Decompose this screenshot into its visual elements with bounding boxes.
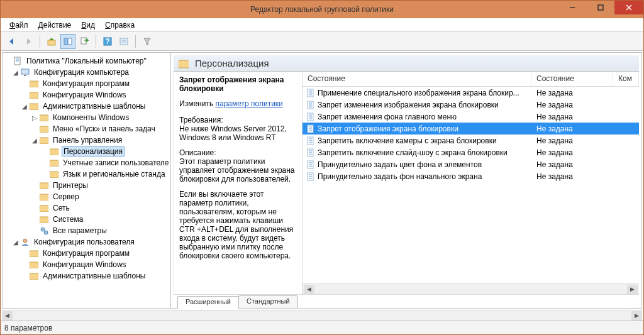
tree-label: Система <box>52 215 84 224</box>
policy-row[interactable]: Запретить включение камеры с экрана блок… <box>303 135 639 146</box>
menu-help[interactable]: Справка <box>101 19 138 31</box>
col-comment[interactable]: Ком <box>613 72 639 86</box>
requirements-section: Требования: Не ниже Windows Server 2012,… <box>179 116 296 142</box>
titlebar[interactable]: Редактор локальной групповой политики <box>1 1 643 18</box>
tree-label: Сервер <box>52 192 80 201</box>
tree-software-config[interactable]: Конфигурация программ <box>3 78 170 89</box>
tree-personalization[interactable]: Персонализация <box>3 146 170 157</box>
scroll-left-icon[interactable]: ◀ <box>2 311 13 321</box>
tree-pane[interactable]: Политика "Локальный компьютер" ◢ Конфигу… <box>3 53 171 308</box>
up-button[interactable] <box>44 34 59 49</box>
policy-state: Не задана <box>531 124 613 133</box>
policy-row[interactable]: Применение специального изображения экра… <box>303 87 639 99</box>
policy-row[interactable]: Запрет отображения экрана блокировкиНе з… <box>303 123 639 135</box>
change-line: Изменить параметр политики <box>179 99 296 108</box>
outer-scrollbar[interactable]: ◀ ▶ <box>2 310 642 321</box>
tree-label: Административные шаблоны <box>42 102 147 111</box>
policy-name-cell: Принудительно задать фон начального экра… <box>303 172 531 181</box>
tree-printers[interactable]: Принтеры <box>3 180 170 191</box>
tree-system[interactable]: Система <box>3 214 170 225</box>
close-button[interactable] <box>614 1 643 14</box>
export-button[interactable] <box>77 34 92 49</box>
tree-u-windows-config[interactable]: Конфигурация Windows <box>3 259 170 270</box>
settings-icon <box>39 226 49 236</box>
help-button[interactable]: ? <box>100 34 115 49</box>
policy-icon <box>306 136 315 145</box>
properties-button[interactable] <box>116 34 131 49</box>
tree-root[interactable]: Политика "Локальный компьютер" <box>3 55 170 67</box>
filter-button[interactable] <box>140 34 155 49</box>
menu-view[interactable]: Вид <box>77 19 99 31</box>
tab-standard[interactable]: Стандартный <box>238 295 298 308</box>
menu-action[interactable]: Действие <box>35 19 75 31</box>
folder-icon <box>49 158 59 168</box>
tree-network[interactable]: Сеть <box>3 202 170 214</box>
tree-user-accounts[interactable]: Учетные записи пользователе <box>3 157 170 168</box>
menu-action-label: ействие <box>43 21 72 30</box>
minimize-button[interactable] <box>558 1 586 14</box>
scroll-right-icon[interactable]: ▶ <box>627 285 638 294</box>
statusbar: 8 параметров <box>1 321 643 334</box>
collapse-icon[interactable]: ◢ <box>20 103 29 110</box>
policy-row[interactable]: Запрет изменения фона главного менюНе за… <box>303 111 639 123</box>
description-label: Описание: <box>179 148 296 157</box>
forward-button[interactable] <box>21 34 36 49</box>
policy-name: Принудительно задать фон начального экра… <box>318 172 482 181</box>
collapse-icon[interactable]: ◢ <box>30 137 39 144</box>
list-rows[interactable]: Применение специального изображения экра… <box>303 87 639 283</box>
svg-rect-20 <box>30 104 38 110</box>
folder-icon <box>29 101 39 111</box>
svg-rect-29 <box>40 206 48 212</box>
folder-icon <box>29 79 39 89</box>
tree-label: Принтеры <box>52 181 89 190</box>
menu-file[interactable]: Файл <box>6 19 32 31</box>
tree-server[interactable]: Сервер <box>3 191 170 202</box>
col-state[interactable]: Состояние <box>303 72 531 86</box>
toolbar: ? <box>1 32 643 51</box>
scroll-right-icon[interactable]: ▶ <box>631 311 642 321</box>
tree-root-label: Политика "Локальный компьютер" <box>25 57 148 65</box>
policy-row[interactable]: Принудительно задать цвет фона и элемент… <box>303 158 639 170</box>
policy-name-cell: Запрет изменения фона главного меню <box>303 113 531 121</box>
policy-name-cell: Запретить включение камеры с экрана блок… <box>303 136 531 145</box>
collapse-icon[interactable]: ◢ <box>11 239 20 246</box>
change-link[interactable]: параметр политики <box>215 99 282 108</box>
tree-user-config[interactable]: ◢Конфигурация пользователя <box>3 236 170 248</box>
tree-control-panel[interactable]: ◢Панель управления <box>3 135 170 146</box>
show-tree-button[interactable] <box>60 34 75 49</box>
user-icon <box>20 237 30 247</box>
policy-state: Не задана <box>531 148 613 157</box>
tree-computer-config[interactable]: ◢ Конфигурация компьютера <box>3 67 170 78</box>
tree-start-taskbar[interactable]: Меню «Пуск» и панель задач <box>3 123 170 135</box>
tree-admin-templates[interactable]: ◢Административные шаблоны <box>3 101 170 112</box>
tree-label: Язык и региональные станда <box>62 170 167 178</box>
policy-name: Принудительно задать цвет фона и элемент… <box>318 160 482 169</box>
scroll-left-icon[interactable]: ◀ <box>304 285 314 294</box>
svg-rect-5 <box>64 38 67 45</box>
tree-u-admin-templates[interactable]: Административные шаблоны <box>3 270 170 282</box>
back-button[interactable] <box>4 34 19 49</box>
maximize-button[interactable] <box>586 1 614 14</box>
tree-label: Конфигурация компьютера <box>33 68 130 77</box>
collapse-icon[interactable]: ◢ <box>11 69 20 76</box>
tree-label: Панель управления <box>52 136 123 145</box>
tree-all-params[interactable]: Все параметры <box>3 225 170 236</box>
tree-lang-regional[interactable]: Язык и региональные станда <box>3 168 170 180</box>
expand-icon[interactable]: ▷ <box>30 114 39 121</box>
policy-title: Запрет отображения экрана блокировки <box>179 75 296 93</box>
policy-icon <box>306 89 315 97</box>
tree-u-software-config[interactable]: Конфигурация программ <box>3 248 170 259</box>
policy-row[interactable]: Запрет изменения изображения экрана блок… <box>303 99 639 111</box>
policy-row[interactable]: Запретить включение слайд-шоу с экрана б… <box>303 146 639 158</box>
tab-extended[interactable]: Расширенный <box>177 296 239 309</box>
menu-view-label: ид <box>86 21 95 30</box>
policy-row[interactable]: Принудительно задать фон начального экра… <box>303 170 639 182</box>
policy-name: Запрет отображения экрана блокировки <box>318 124 458 133</box>
tree-win-components[interactable]: ▷Компоненты Windows <box>3 112 170 123</box>
horizontal-scrollbar[interactable]: ◀ ▶ <box>303 283 639 294</box>
tree-label: Конфигурация пользователя <box>33 238 136 246</box>
svg-rect-30 <box>40 217 48 223</box>
description-text1: Этот параметр политики управляет отображ… <box>179 157 296 184</box>
col-state2[interactable]: Состояние <box>531 72 613 86</box>
tree-windows-config[interactable]: Конфигурация Windows <box>3 89 170 101</box>
